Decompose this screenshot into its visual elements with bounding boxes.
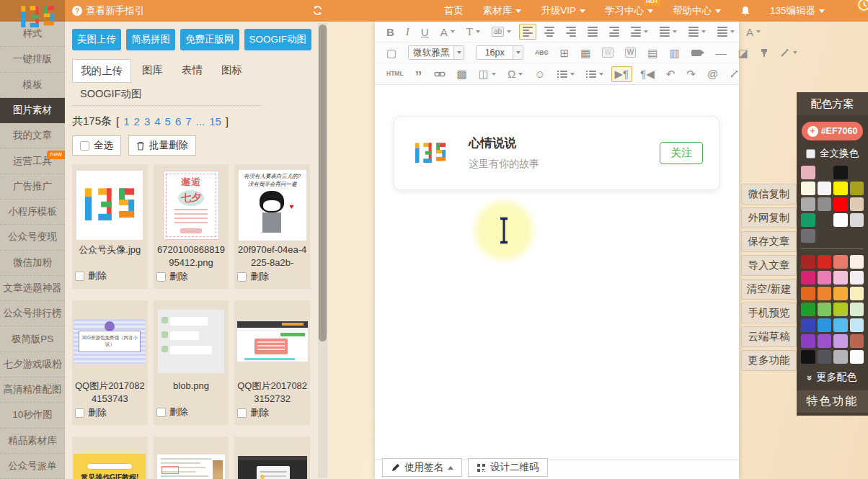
color-swatch-c79ce4[interactable] xyxy=(833,334,848,348)
color-swatch-f5f5f5[interactable] xyxy=(818,182,832,195)
page-link-5[interactable]: 5 xyxy=(165,115,171,127)
color-swatch-131313[interactable] xyxy=(801,350,815,364)
color-swatch-f3c0dc[interactable] xyxy=(833,271,848,285)
color-swatch-ee8430[interactable] xyxy=(818,287,832,300)
magic-fill-icon[interactable] xyxy=(776,45,801,61)
sidebar-one-click-layout[interactable]: 一键排版 xyxy=(0,47,65,72)
meitu-upload-button[interactable]: 美图上传 xyxy=(72,29,121,50)
sidebar-ad-promotion[interactable]: 广告推广 xyxy=(0,174,65,200)
color-swatch-169e68[interactable] xyxy=(801,213,815,227)
import-article-button[interactable]: 导入文章 xyxy=(741,255,797,276)
text-direction-icon[interactable]: A xyxy=(743,24,764,40)
current-color-button[interactable]: + #EF7060 xyxy=(802,122,863,140)
font-color-icon[interactable]: A xyxy=(437,24,459,40)
page-link-1[interactable]: 1 xyxy=(123,115,129,127)
sidebar-image-material[interactable]: 图片素材 xyxy=(0,98,65,123)
insert-image-icon[interactable]: ▤ xyxy=(644,45,661,61)
text-effect-icon[interactable]: T xyxy=(463,24,484,40)
color-swatch-54545a[interactable] xyxy=(818,350,832,364)
color-swatch-ababab[interactable] xyxy=(801,197,815,211)
bold-icon[interactable]: B xyxy=(383,24,398,40)
color-swatch-e0cab4[interactable] xyxy=(850,197,864,211)
sidebar-mini-program-templates[interactable]: 小程序模板 xyxy=(0,200,65,225)
beginner-guide-link[interactable]: ? 查看新手指引 xyxy=(72,4,144,17)
insert-link-icon[interactable] xyxy=(430,66,449,82)
card-qixi-poster-delete-checkbox[interactable] xyxy=(156,272,166,282)
card-banner-delete-control[interactable]: 删除 xyxy=(72,405,148,425)
soogif-button[interactable]: SOOGIF动图 xyxy=(244,29,312,50)
undo-icon[interactable]: ↶ xyxy=(663,66,679,82)
color-swatch-d62470[interactable] xyxy=(801,271,815,285)
color-swatch-7fc561[interactable] xyxy=(818,303,832,316)
color-swatch-8d8d8d[interactable] xyxy=(818,197,832,211)
sidebar-topic-tool[interactable]: 文章选题神器 xyxy=(0,276,65,301)
page-link-3[interactable]: 3 xyxy=(144,115,150,127)
scrollbar-thumb[interactable] xyxy=(319,24,327,341)
color-swatch-a6a21b[interactable] xyxy=(850,182,864,195)
chevron-down-icon[interactable] xyxy=(513,46,523,59)
card-logo-image-delete-control[interactable]: 删除 xyxy=(72,268,148,288)
color-swatch-fcfcfc[interactable] xyxy=(850,350,864,364)
fullscreen-icon[interactable] xyxy=(726,66,743,82)
notification-bell-icon[interactable] xyxy=(740,6,750,17)
nav-account[interactable]: 135编辑器 xyxy=(770,4,825,17)
card-cartoon-delete-checkbox[interactable] xyxy=(237,272,247,282)
redo-icon[interactable]: ↷ xyxy=(683,66,699,82)
html-source-icon[interactable]: HTML xyxy=(383,66,407,82)
color-swatch-1f9e2c[interactable] xyxy=(801,303,815,316)
free-stock-button[interactable]: 免费正版网 xyxy=(180,29,239,50)
color-swatch-e3681d[interactable] xyxy=(801,287,815,300)
tab-icons[interactable]: 图标 xyxy=(213,59,250,83)
align-center-icon[interactable] xyxy=(541,24,558,40)
paragraph-forward-icon[interactable]: ▶¶ xyxy=(611,66,633,82)
color-swatch-f4eef2[interactable] xyxy=(850,271,864,285)
text-block-icon[interactable]: ▩ xyxy=(453,66,471,82)
color-swatch-6f6f73[interactable] xyxy=(801,229,815,243)
color-swatch-3947b4[interactable] xyxy=(801,318,815,332)
chevron-down-icon[interactable] xyxy=(453,46,464,59)
external-copy-button[interactable]: 外网复制 xyxy=(741,207,797,228)
app-logo-135[interactable] xyxy=(17,2,58,35)
clock-widget-icon[interactable] xyxy=(856,0,868,16)
sidebar-qixi-game[interactable]: 七夕游戏吸粉 xyxy=(0,352,65,377)
italic-icon[interactable]: I xyxy=(402,24,413,40)
card-gif-tutorial-thumbnail[interactable]: 常见操作GIF教程! xyxy=(72,441,148,479)
sidebar-account-ranking[interactable]: 公众号排行榜 xyxy=(0,301,65,326)
color-swatch-b4b4b8[interactable] xyxy=(833,350,848,364)
card-dark-screenshot-thumbnail[interactable] xyxy=(234,441,310,479)
align-left-icon[interactable] xyxy=(519,24,536,40)
color-swatch-ba6550[interactable] xyxy=(850,334,864,348)
wechat-copy-button[interactable]: 微信复制 xyxy=(741,184,797,205)
paragraph-backward-icon[interactable]: ¶◀ xyxy=(637,66,658,82)
color-swatch-fdf6e2[interactable] xyxy=(801,182,815,195)
tab-my-uploads[interactable]: 我的上传 xyxy=(72,59,131,83)
color-swatch-9b53cb[interactable] xyxy=(818,334,832,348)
easy-collage-button[interactable]: 简易拼图 xyxy=(126,29,175,50)
card-chat-screenshot-delete-checkbox[interactable] xyxy=(156,408,166,417)
sidebar-templates[interactable]: 模板 xyxy=(0,73,65,98)
full-recolor-checkbox[interactable] xyxy=(806,149,815,158)
color-swatch-e97a6a[interactable] xyxy=(833,255,848,269)
align-right-icon[interactable] xyxy=(562,24,580,40)
align-justify-icon[interactable] xyxy=(584,24,601,40)
card-logo-image-delete-checkbox[interactable] xyxy=(75,272,84,281)
card-banner-delete-checkbox[interactable] xyxy=(75,408,84,418)
select-all-control[interactable]: 全选 xyxy=(72,135,121,156)
full-recolor-control[interactable]: 全文换色 xyxy=(797,147,868,160)
paragraph-spacing-icon[interactable] xyxy=(685,24,709,40)
select-all-checkbox[interactable] xyxy=(80,141,89,151)
horizontal-line-icon[interactable]: — xyxy=(712,45,730,61)
eraser-icon[interactable]: ◪ xyxy=(735,45,752,61)
nav-learning-center[interactable]: 学习中心HOT xyxy=(605,4,653,17)
save-article-button[interactable]: 保存文章 xyxy=(741,231,797,252)
color-swatch-f8eebc[interactable] xyxy=(850,287,864,300)
tab-gallery[interactable]: 图库 xyxy=(134,59,171,83)
insert-video-icon[interactable] xyxy=(688,45,708,61)
card-web-screenshot-delete-control[interactable]: 删除 xyxy=(234,405,310,425)
tab-emoticons[interactable]: 表情 xyxy=(174,59,211,83)
font-size-select[interactable]: 16px xyxy=(476,45,523,60)
color-swatch-dcecd0[interactable] xyxy=(850,303,864,316)
color-swatch-8b40c3[interactable] xyxy=(801,334,815,348)
nav-material-library[interactable]: 素材库 xyxy=(483,4,522,17)
strikethrough-icon[interactable]: ABC xyxy=(531,45,552,61)
